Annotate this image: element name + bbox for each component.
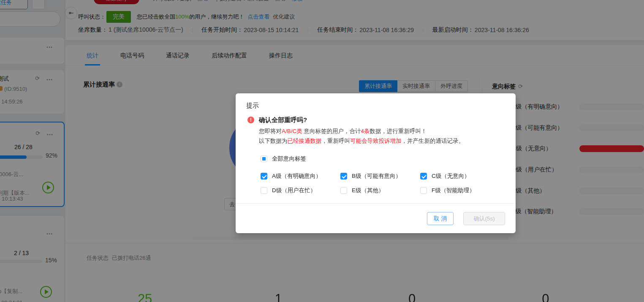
dialog-text-2: 以下数据为已经接通数据，重新呼叫可能会导致投诉增加，并产生新的通话记录。 xyxy=(259,137,464,145)
chart-toggle-group: 累计接通率实时接通率外呼进度 xyxy=(359,80,468,92)
more-icon[interactable]: … xyxy=(46,229,53,236)
collapse-sidebar-button[interactable]: ⇤ xyxy=(65,7,77,19)
status-text: 您已经击败全国100%的用户，继续努力吧！ xyxy=(137,13,244,21)
intent-row-bar xyxy=(579,145,644,152)
clipped-link[interactable]: 查看 xyxy=(275,0,286,3)
intent-row: D级（用户在忙） xyxy=(512,159,644,180)
refresh-icon[interactable]: ⟳ xyxy=(35,75,40,82)
intent-checkbox[interactable]: A级（有明确意向） xyxy=(261,172,340,180)
task-card-bottom[interactable]: … 2 / 13 15% p【复制... 09:34:31 xyxy=(0,215,65,302)
dialog-heading: 确认全部重呼吗? xyxy=(259,116,307,124)
tab-4[interactable]: 后续动作配置 xyxy=(212,45,247,65)
intent-row-bar xyxy=(579,103,644,110)
latest-value: 2023-11-08 16:36:26 xyxy=(475,27,529,33)
checkbox-label: A级（有明确意向） xyxy=(272,172,321,180)
clipped-text: ｜拨打逻辑：全局设置 xyxy=(214,0,269,3)
task-count: 26 / 28 xyxy=(14,144,33,150)
intent-checkbox[interactable]: D级（用户在忙） xyxy=(261,187,340,194)
agents-value: 1 (测试坐席10006-云节点一) xyxy=(109,26,183,34)
stat-value: 1 xyxy=(212,291,345,302)
clipped-link[interactable]: 修改 xyxy=(292,0,303,3)
task-card-selected[interactable]: ⟳ … 26 / 28 92% 0006-云... 到期【版本... 10:13… xyxy=(0,122,65,207)
intent-checkbox[interactable]: E级（其他） xyxy=(340,187,420,194)
start-value: 2023-08-15 10:14:21 xyxy=(244,27,299,33)
checkbox-checked-icon[interactable] xyxy=(261,173,267,180)
chart-toggle-2[interactable]: 实时接通率 xyxy=(397,80,435,92)
intent-checkbox[interactable]: F级（智能助理） xyxy=(420,187,475,194)
chart-toggle-3[interactable]: 外呼进度 xyxy=(435,80,468,92)
task-card-test[interactable]: 测试 ⟳ … (ID:9510) 14:59:26 xyxy=(0,70,65,114)
task-time: 10:13:43 xyxy=(2,196,23,202)
cancel-button[interactable]: 取 消 xyxy=(427,212,454,225)
clipped-toolbar: 全部重呼 外呼线路：默认 查看 ｜拨打逻辑：全局设置 查看 修改 xyxy=(83,0,303,4)
task-sidebar: 新建任务 … 测试 ⟳ … (ID:9510) 14:59:26 ⟳ … 26 … xyxy=(0,0,65,302)
task-line1: p【复制... xyxy=(0,288,22,295)
checkbox-icon[interactable] xyxy=(420,187,427,194)
intent-row-label: D级（用户在忙） xyxy=(512,166,579,174)
stat-value: 25 xyxy=(78,291,212,302)
tab-2[interactable]: 电话号码 xyxy=(120,45,144,65)
sidebar-mini-button[interactable] xyxy=(32,0,45,9)
checkbox-icon[interactable] xyxy=(261,187,267,194)
intent-row-label: A级（有明确意向） xyxy=(512,103,579,111)
intent-row-label: F级（智能助理） xyxy=(512,208,579,215)
horizontal-scrollbar[interactable] xyxy=(192,237,509,240)
task-line1: 0006-云... xyxy=(0,171,23,178)
refresh-icon[interactable]: ⟳ xyxy=(518,83,523,90)
play-button[interactable] xyxy=(42,182,54,193)
checkbox-label: D级（用户在忙） xyxy=(272,187,316,194)
intent-row: E级（其他） xyxy=(512,180,644,201)
new-task-button[interactable]: 新建任务 xyxy=(0,0,28,9)
intent-row-bar xyxy=(579,166,644,173)
intent-row-label: C级（无意向） xyxy=(512,145,579,152)
checkbox-checked-icon[interactable] xyxy=(420,173,427,180)
all-intent-checkbox[interactable]: 全部意向标签 xyxy=(261,155,306,163)
tab-5[interactable]: 操作日志 xyxy=(269,45,293,65)
checkbox-indeterminate-icon[interactable] xyxy=(261,155,267,162)
task-time: 14:59:26 xyxy=(1,98,23,105)
call-status-label: 呼叫状态： xyxy=(78,13,106,21)
checkbox-icon[interactable] xyxy=(340,187,347,194)
confirm-button[interactable]: 确认(5s) xyxy=(463,212,505,225)
status-badge: 完美 xyxy=(106,11,131,23)
suggestion-text: 优化建议 xyxy=(273,13,295,21)
separator: ｜ xyxy=(421,27,426,34)
clipped-link[interactable]: 查看 xyxy=(197,0,208,3)
play-button[interactable] xyxy=(40,286,52,298)
view-link[interactable]: 点击查看 xyxy=(247,13,269,21)
intent-row-label: B级（可能有意向） xyxy=(512,124,579,132)
intent-row: B级（可能有意向） xyxy=(512,117,644,139)
tab-1[interactable]: 统计 xyxy=(87,45,98,65)
task-id: (ID:9510) xyxy=(0,86,27,92)
refresh-icon[interactable]: ⟳ xyxy=(35,130,40,136)
intent-row-bar xyxy=(579,188,644,194)
more-icon[interactable]: … xyxy=(46,42,53,49)
intent-row-bar xyxy=(579,125,644,131)
tab-3[interactable]: 通话记录 xyxy=(166,45,190,65)
intent-checkbox-grid: A级（有明确意向）B级（可能有意向）C级（无意向）D级（用户在忙）E级（其他）F… xyxy=(261,169,497,198)
separator: ｜ xyxy=(305,27,310,34)
info-icon[interactable]: i xyxy=(117,82,122,87)
tab-bar: 统计电话号码通话记录后续动作配置操作日志 xyxy=(65,45,644,65)
dialog-title: 提示 xyxy=(246,102,259,110)
end-label: 任务结束时间： xyxy=(317,26,359,34)
intent-checkbox[interactable]: C级（无意向） xyxy=(420,172,470,180)
intent-checkbox[interactable]: B级（可能有意向） xyxy=(340,172,420,180)
checkbox-label: E级（其他） xyxy=(352,187,384,194)
task-header: 全部重呼 外呼线路：默认 查看 ｜拨打逻辑：全局设置 查看 修改 呼叫状态： 完… xyxy=(65,0,644,40)
checkbox-checked-icon[interactable] xyxy=(340,173,347,180)
more-icon[interactable]: … xyxy=(46,129,54,137)
more-icon[interactable]: … xyxy=(46,74,53,82)
task-card[interactable]: … xyxy=(0,37,65,64)
checkbox-label: F级（智能助理） xyxy=(432,187,475,194)
task-count: 2 / 13 xyxy=(14,250,29,256)
task-status-row: 任务状态已拨打电话26通 xyxy=(83,254,151,262)
task-search-input[interactable] xyxy=(0,11,60,27)
redial-all-button[interactable]: 全部重呼 xyxy=(94,0,139,4)
stats-row: 25100 xyxy=(78,291,612,302)
chart-toggle-1[interactable]: 累计接通率 xyxy=(359,80,397,92)
intent-row-bar xyxy=(579,208,644,215)
intent-row: A级（有明确意向） xyxy=(512,96,644,117)
dialog-footer: 取 消 确认(5s) xyxy=(427,212,505,225)
stat-value: 0 xyxy=(345,291,479,302)
